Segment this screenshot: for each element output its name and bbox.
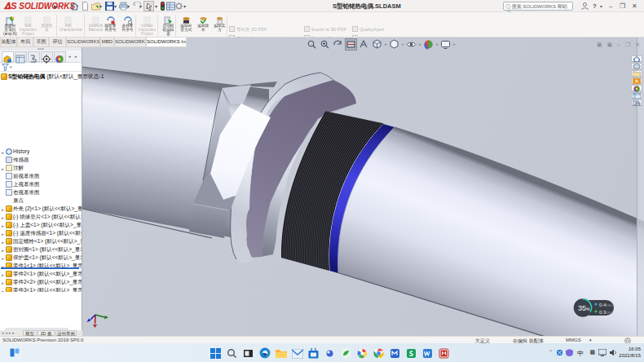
svg-text:0.4KB/s: 0.4KB/s bbox=[599, 302, 613, 307]
svg-text:0.3KB/s: 0.3KB/s bbox=[599, 310, 613, 315]
